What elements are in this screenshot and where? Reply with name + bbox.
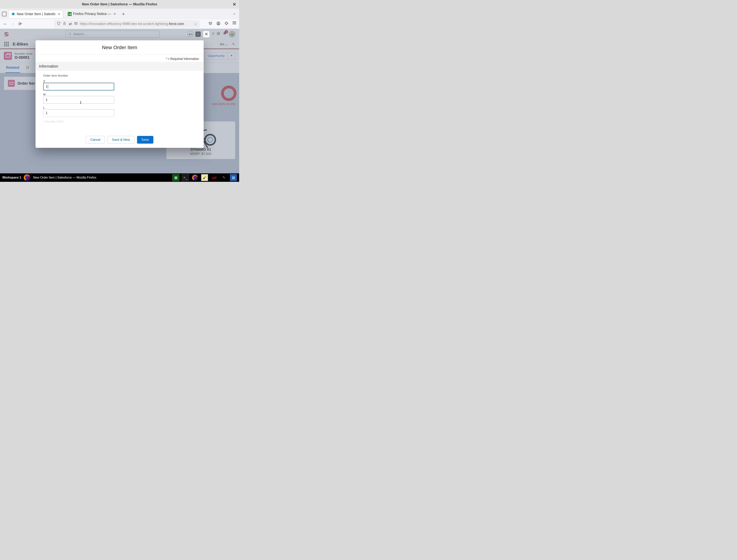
calculator-app-icon[interactable]: ▤ [230,174,237,181]
desktop-taskbar: Workspace 1 New Order Item | Salesforce … [0,173,239,182]
s-value: 1 [46,85,48,89]
os-titlebar: New Order Item | Salesforce — Mozilla Fi… [0,0,239,9]
pocket-icon[interactable] [209,22,212,26]
modal-footer: Cancel Save & New Save [36,133,204,148]
lock-icon [63,22,66,26]
app-menu-button[interactable] [233,22,236,26]
section-header-information: Information [36,62,204,71]
svg-rect-1 [75,22,77,25]
account-icon[interactable] [217,22,220,26]
modal-form: Order Item Number S 1 I M 1 L 1 Reseller… [36,71,204,133]
tab-close-icon[interactable]: ✕ [58,12,60,16]
tab-title: Firefox Privacy Notice — [73,12,111,16]
s-label: S [43,79,196,83]
reseller-order-label: Reseller Order [43,120,196,123]
extensions-icon[interactable] [225,22,228,25]
new-tab-button[interactable]: + [121,11,126,17]
m-value: 1 [46,98,47,102]
order-item-number-label: Order Item Number [43,74,196,77]
image-editor-icon[interactable]: 🖌 [201,174,208,181]
save-and-new-button[interactable]: Save & New [108,136,134,144]
address-bar[interactable]: ⇄ https://innovation-efficiency-9986-dev… [54,20,200,28]
save-button[interactable]: Save [137,136,153,144]
text-editor-icon[interactable]: ✎ [220,174,227,181]
modal-close-button[interactable]: ✕ [203,31,210,37]
firefox-toolbar: ← → ⟳ ⇄ https://innovation-efficiency-99… [0,19,239,29]
tab-title: New Order Item | Salesfo [17,12,55,16]
firefox-taskbar-icon[interactable] [24,174,30,181]
browser-tab-active[interactable]: New Order Item | Salesfo ✕ [8,10,63,18]
reseller-order-lookup[interactable]: O-00001 [43,127,68,133]
l-label: L [43,106,196,109]
window-close-button[interactable]: ✕ [233,2,236,7]
modal-title: New Order Item [36,40,204,54]
window-title: New Order Item | Salesforce — Mozilla Fi… [82,2,157,6]
reseller-order-value: O-00001 [52,128,65,132]
reader-icon [74,22,78,26]
workspace-label[interactable]: Workspace 1 [2,176,21,179]
m-label: M [43,93,196,96]
svg-rect-0 [64,23,65,25]
permissions-icon: ⇄ [68,22,72,26]
mozilla-favicon-icon: |◀ [68,12,72,16]
firefox-app-icon[interactable] [192,174,199,181]
s-input[interactable]: 1 [43,83,114,90]
tab-close-icon[interactable]: ✕ [113,12,116,16]
back-button[interactable]: ← [3,22,7,26]
required-note: *= Required Information [36,55,204,62]
firefox-tabstrip: New Order Item | Salesfo ✕ |◀ Firefox Pr… [0,9,239,19]
reseller-order-pill-icon [46,128,50,132]
reload-button[interactable]: ⟳ [18,22,22,26]
forward-button: → [11,22,15,26]
taskbar-window-title[interactable]: New Order Item | Salesforce — Mozilla Fi… [33,176,96,179]
new-order-item-modal: New Order Item *= Required Information I… [36,40,204,148]
browser-tab[interactable]: |◀ Firefox Privacy Notice — ✕ [65,10,119,18]
l-value: 1 [46,111,47,115]
recent-windows-icon[interactable] [2,12,7,16]
salesforce-favicon-icon [11,12,15,16]
url-text: https://innovation-efficiency-9986-dev-e… [80,22,192,26]
toolbar-right [209,22,236,26]
l-input[interactable]: 1 [43,109,114,117]
svg-point-3 [218,23,219,24]
terminal-app-icon[interactable]: >_ [182,174,189,181]
list-tabs-button[interactable]: ⌄ [233,11,236,15]
spreadsheet-app-icon[interactable]: ▦ [172,174,179,181]
pdf-app-icon[interactable]: pdf [211,174,218,181]
shield-icon [57,22,61,26]
m-input[interactable]: 1 [43,96,114,104]
cancel-button[interactable]: Cancel [86,136,105,144]
bookmark-star-icon[interactable]: ☆ [194,22,197,26]
